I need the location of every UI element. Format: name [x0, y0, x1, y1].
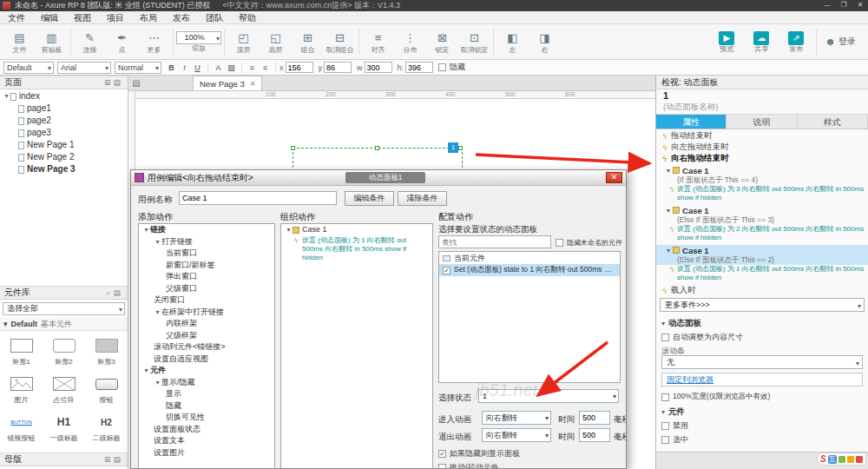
organize-action-row[interactable]: 设置 (动态面板) 为 1 向右翻转 out 500ms 向右翻转 in 500…: [281, 236, 432, 262]
widget-h2[interactable]: H2二级标题: [85, 409, 128, 447]
preview-button[interactable]: ▶预览: [709, 31, 744, 53]
collapse-icon[interactable]: ▾: [661, 408, 665, 416]
action-item[interactable]: 显示: [139, 388, 274, 400]
hide-unnamed-checkbox[interactable]: 隐藏未命名的元件: [556, 238, 622, 248]
menu-view[interactable]: 视图: [66, 11, 99, 24]
ime-tool-icon[interactable]: [847, 456, 854, 463]
resize-handle[interactable]: [291, 146, 295, 150]
underline-button[interactable]: U: [191, 63, 204, 72]
action-item[interactable]: 父级框架: [139, 330, 274, 342]
page-list-icon[interactable]: ▤: [128, 76, 144, 90]
expand-icon[interactable]: ▾: [142, 365, 150, 377]
set-state-row-selected[interactable]: Set (动态面板) state to 1 向右翻转 out 500ms 向右翻…: [439, 264, 620, 276]
share-button[interactable]: ☁共享: [744, 31, 779, 53]
action-group-open-link[interactable]: ▾打开链接: [139, 236, 274, 248]
dialog-close-icon[interactable]: ✕: [606, 172, 622, 183]
library-section-header[interactable]: ▾ Default 基本元件: [0, 318, 128, 331]
group-button[interactable]: ⊞组合: [292, 30, 324, 54]
align-text-left-icon[interactable]: ≡: [246, 63, 259, 72]
masters-panel-icons[interactable]: ⊞▤: [104, 455, 123, 464]
event-onload[interactable]: 载入时: [656, 285, 868, 296]
menu-publish[interactable]: 发布: [165, 11, 198, 24]
bring-front-button[interactable]: ◰顶层: [227, 30, 260, 54]
hide-unnamed-checkbox-box[interactable]: [556, 239, 563, 247]
connect-tool-button[interactable]: ✎连接: [74, 30, 106, 54]
menu-help[interactable]: 帮助: [231, 11, 264, 24]
resize-handle[interactable]: [375, 146, 379, 150]
file-tool-button[interactable]: ▤文件: [3, 30, 36, 54]
lock-button[interactable]: ⊠锁定: [426, 30, 458, 54]
state-dropdown[interactable]: 1: [478, 389, 619, 403]
action-item[interactable]: 内联框架: [139, 318, 274, 330]
event-swipeleft[interactable]: 向左拖动结束时: [656, 142, 868, 153]
action-item[interactable]: 设置自适应视图: [139, 353, 274, 366]
exit-animation-dropdown[interactable]: 向右翻转: [482, 428, 551, 442]
align-left-button[interactable]: ◧左: [496, 30, 529, 54]
point-tool-button[interactable]: ✒点: [106, 30, 138, 54]
menu-layout[interactable]: 布局: [132, 11, 165, 24]
expand-icon[interactable]: ▾: [154, 377, 161, 389]
menu-team[interactable]: 团队: [198, 11, 231, 24]
show-if-hidden-checkbox-box[interactable]: [438, 450, 446, 458]
section-widget[interactable]: ▾元件: [656, 406, 868, 418]
page-item-index[interactable]: ▾index: [0, 90, 128, 102]
panel-search-input[interactable]: [438, 235, 551, 248]
text-color-icon[interactable]: A: [212, 63, 225, 72]
more-tool-button[interactable]: ⋯更多: [138, 30, 170, 54]
collapse-icon[interactable]: ▾: [3, 320, 8, 328]
action-item[interactable]: 新窗口/新标签: [139, 260, 274, 272]
page-item[interactable]: New Page 2: [0, 151, 128, 163]
enter-time-input[interactable]: [579, 411, 610, 425]
set-state-checkbox[interactable]: [443, 267, 450, 274]
maximize-icon[interactable]: ❐: [836, 1, 852, 10]
align-button[interactable]: ≡对齐: [362, 30, 394, 54]
case-1-header[interactable]: ▾Case 1: [656, 165, 868, 175]
expand-icon[interactable]: ▾: [667, 167, 670, 175]
tab-close-icon[interactable]: ✕: [250, 80, 256, 88]
ime-tool-icon[interactable]: [856, 456, 863, 463]
action-item[interactable]: 切换可见性: [139, 412, 274, 424]
widget-name-placeholder[interactable]: (动态面板名称): [663, 102, 718, 113]
menu-edit[interactable]: 编辑: [33, 11, 66, 24]
action-group-widget[interactable]: ▾元件: [139, 365, 274, 377]
h-field[interactable]: [405, 62, 433, 73]
expand-icon[interactable]: ▾: [285, 224, 293, 236]
case-3-action[interactable]: 设置 (动态面板) 为 1 向右翻转 out 500ms 向右翻转 in 500…: [656, 265, 868, 283]
page-item[interactable]: New Page 1: [0, 139, 128, 151]
tab-notes[interactable]: 说明: [727, 115, 797, 129]
collapse-icon[interactable]: ▾: [661, 320, 665, 327]
case-1-action[interactable]: 设置 (动态面板) 为 3 向右翻转 out 500ms 向右翻转 in 500…: [656, 185, 868, 203]
bold-button[interactable]: B: [165, 63, 178, 72]
font-dropdown[interactable]: Arial: [57, 62, 111, 74]
w-field[interactable]: [365, 62, 392, 73]
ime-mode-icon[interactable]: 五: [828, 455, 837, 464]
tab-style[interactable]: 样式: [798, 115, 868, 129]
close-icon[interactable]: ✕: [852, 1, 868, 10]
clear-condition-button[interactable]: 清除条件: [398, 191, 447, 206]
publish-button[interactable]: ⇗发布: [779, 31, 813, 53]
pages-panel-icons[interactable]: ⊞▤: [104, 78, 123, 87]
menu-file[interactable]: 文件: [0, 11, 33, 24]
zoom-control[interactable]: 100% 缩放: [176, 31, 221, 52]
scrollbar-dropdown[interactable]: 无: [661, 355, 863, 369]
align-text-center-icon[interactable]: ≡: [259, 63, 272, 72]
disabled-checkbox[interactable]: 禁用: [661, 420, 688, 432]
expand-icon[interactable]: ▾: [154, 307, 161, 319]
push-pull-checkbox[interactable]: 推动/拉动元件: [438, 462, 499, 469]
pin-to-browser-link[interactable]: 固定到浏览器: [661, 373, 863, 386]
expand-icon[interactable]: ▾: [142, 224, 150, 236]
case-2-action[interactable]: 设置 (动态面板) 为 2 向右翻转 out 500ms 向右翻转 in 500…: [656, 225, 868, 243]
organize-case-row[interactable]: ▾Case 1: [281, 224, 432, 236]
full-width-checkbox[interactable]: 100%宽度(仅限浏览器中有效): [661, 392, 770, 402]
disabled-checkbox-box[interactable]: [661, 422, 669, 430]
action-item[interactable]: 设置图片: [139, 447, 274, 459]
ime-tool-icon[interactable]: [838, 456, 845, 463]
widget-h1[interactable]: H1一级标题: [43, 409, 85, 447]
expand-icon[interactable]: ▾: [3, 90, 10, 102]
ime-logo[interactable]: S: [820, 454, 826, 464]
edit-condition-button[interactable]: 编辑条件: [345, 191, 394, 206]
tab-properties[interactable]: 属性: [656, 115, 727, 129]
page-item[interactable]: page1: [0, 102, 128, 115]
hide-checkbox[interactable]: 隐藏: [438, 62, 465, 73]
action-item[interactable]: 关闭窗口: [139, 294, 274, 307]
